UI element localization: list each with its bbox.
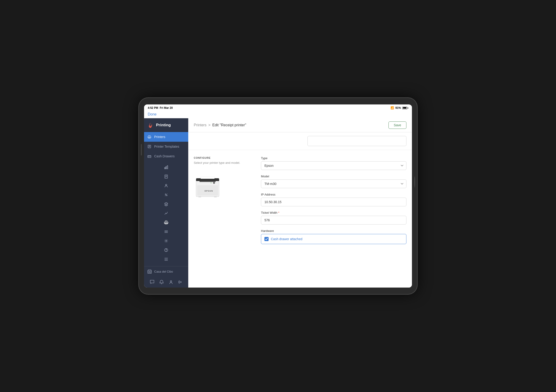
epson-printer-svg: EPSON <box>194 169 221 199</box>
svg-rect-35 <box>214 196 217 197</box>
nav-menu[interactable] <box>144 227 188 236</box>
bell-icon[interactable] <box>158 279 165 285</box>
svg-point-19 <box>166 240 167 242</box>
svg-point-12 <box>165 184 167 186</box>
breadcrumb: Printers > Edit "Receipt printer" <box>194 123 246 127</box>
done-bar: Done <box>144 111 412 118</box>
app-logo <box>147 122 154 128</box>
status-icons: 📶 91% <box>391 106 408 109</box>
wifi-icon: 📶 <box>391 106 394 109</box>
checkbox-checked-icon <box>264 237 269 241</box>
content-area: Printers > Edit "Receipt printer" Save C <box>188 118 412 288</box>
svg-rect-29 <box>200 181 216 182</box>
hardware-label: Hardware <box>261 229 406 233</box>
nav-orders[interactable] <box>144 172 188 181</box>
chat-icon[interactable] <box>149 279 155 285</box>
svg-line-15 <box>165 194 167 196</box>
svg-rect-7 <box>167 166 168 169</box>
nav-icons <box>144 161 188 265</box>
done-button[interactable]: Done <box>148 112 156 116</box>
sidebar-item-cash-drawers[interactable]: Cash Drawers <box>144 151 188 161</box>
logout-icon[interactable] <box>177 279 184 285</box>
save-button[interactable]: Save <box>388 122 406 129</box>
type-label: Type <box>261 156 406 160</box>
svg-rect-6 <box>166 167 166 169</box>
cash-drawer-checkbox[interactable]: Cash drawer attached <box>261 234 406 244</box>
nav-chart[interactable] <box>144 209 188 218</box>
nav-discounts[interactable] <box>144 191 188 199</box>
printer-image: EPSON <box>194 169 221 199</box>
nav-layers[interactable] <box>144 200 188 208</box>
venue-name: Casa del Cibo <box>154 270 173 273</box>
sidebar-item-printers[interactable]: Printers <box>144 132 188 142</box>
name-input[interactable] <box>308 136 406 146</box>
svg-rect-5 <box>164 168 165 169</box>
sidebar-header: Printing <box>144 118 188 132</box>
svg-rect-4 <box>148 155 151 158</box>
ticket-width-label: Ticket Width * <box>261 211 406 215</box>
sidebar-nav: Printers Printer Templates <box>144 132 188 266</box>
template-icon <box>147 145 151 149</box>
configure-label: CONFIGURE <box>194 156 254 159</box>
ip-address-input[interactable] <box>261 198 406 206</box>
svg-point-36 <box>211 182 211 183</box>
svg-rect-33 <box>201 177 215 179</box>
battery-percent: 91% <box>395 106 401 109</box>
battery-icon <box>402 107 408 109</box>
svg-point-32 <box>213 182 215 184</box>
bottom-toolbar <box>144 277 188 288</box>
cash-drawer-icon <box>147 154 151 158</box>
breadcrumb-current: Edit "Receipt printer" <box>212 123 246 127</box>
sidebar: Printing Printers <box>144 118 188 288</box>
nav-customers[interactable] <box>144 181 188 190</box>
svg-point-13 <box>165 194 166 195</box>
nav-settings[interactable] <box>144 237 188 245</box>
nav-printing-active[interactable] <box>144 218 188 227</box>
status-bar: 4:52 PM Fri Mar 20 📶 91% <box>144 104 412 111</box>
ip-address-field-group: IP Address <box>261 193 406 206</box>
sidebar-title: Printing <box>156 123 171 127</box>
model-label: Model <box>261 175 406 178</box>
svg-point-25 <box>170 281 172 282</box>
required-marker: * <box>278 211 279 215</box>
model-field-group: Model TM-m30 TM-T88V TM-T20III <box>261 175 406 188</box>
sidebar-venue[interactable]: Casa del Cibo <box>144 266 188 277</box>
svg-rect-34 <box>198 196 201 197</box>
ticket-width-input[interactable] <box>261 216 406 224</box>
printer-icon <box>147 135 151 139</box>
cash-drawer-label: Cash drawer attached <box>271 237 302 241</box>
configure-description: Select your printer type and model. <box>194 161 254 164</box>
configure-section: CONFIGURE Select your printer type and m… <box>188 150 412 255</box>
nav-help[interactable] <box>144 246 188 254</box>
breadcrumb-parent[interactable]: Printers <box>194 123 206 127</box>
status-time: 4:52 PM Fri Mar 20 <box>148 106 173 109</box>
nav-list[interactable] <box>144 255 188 264</box>
content-scroll: CONFIGURE Select your printer type and m… <box>188 132 412 288</box>
sidebar-label-cash-drawers: Cash Drawers <box>154 154 175 158</box>
svg-point-21 <box>166 251 166 251</box>
breadcrumb-separator: > <box>208 123 210 127</box>
model-select[interactable]: TM-m30 TM-T88V TM-T20III <box>261 179 406 188</box>
name-section <box>188 132 412 150</box>
ticket-width-field-group: Ticket Width * <box>261 211 406 224</box>
configure-right: Type Epson Star Micronics Other Model <box>261 156 406 249</box>
store-icon <box>147 269 152 274</box>
svg-point-14 <box>167 195 167 196</box>
hardware-field-group: Hardware Cash drawer attached <box>261 229 406 244</box>
sidebar-label-printer-templates: Printer Templates <box>154 145 179 148</box>
ip-address-label: IP Address <box>261 193 406 196</box>
configure-left: CONFIGURE Select your printer type and m… <box>194 156 254 249</box>
content-header: Printers > Edit "Receipt printer" Save <box>188 118 412 132</box>
svg-rect-28 <box>196 180 219 181</box>
user-icon[interactable] <box>168 279 174 285</box>
type-field-group: Type Epson Star Micronics Other <box>261 156 406 170</box>
svg-text:EPSON: EPSON <box>205 190 213 192</box>
sidebar-label-printers: Printers <box>154 135 165 139</box>
sidebar-item-printer-templates[interactable]: Printer Templates <box>144 142 188 151</box>
type-select[interactable]: Epson Star Micronics Other <box>261 161 406 170</box>
nav-analytics[interactable] <box>144 163 188 172</box>
